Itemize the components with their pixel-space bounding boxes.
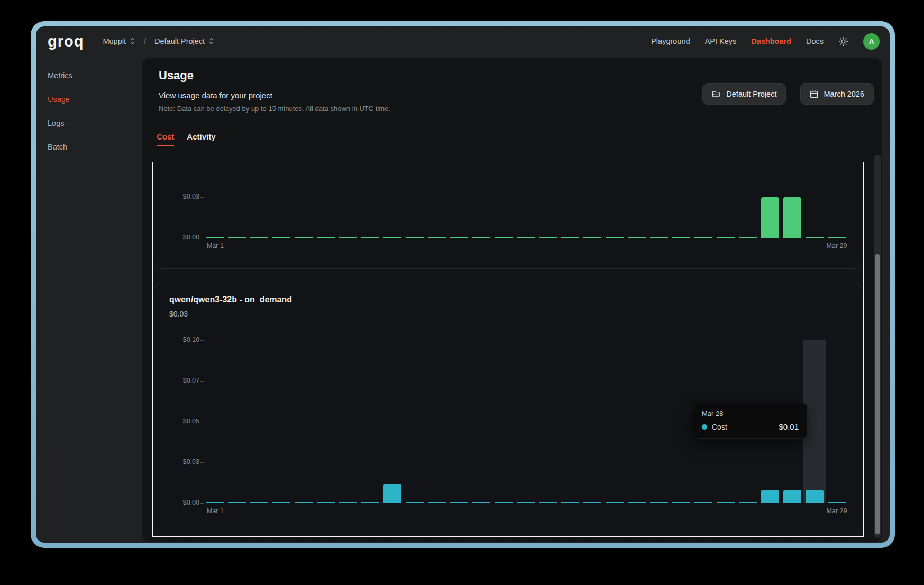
- chevron-updown-icon: [130, 37, 135, 45]
- x-tick-last: Mar 29: [818, 507, 855, 515]
- nav-link-api-keys[interactable]: API Keys: [705, 37, 737, 45]
- settings-gear-icon[interactable]: [838, 36, 848, 47]
- x-tick-last: Mar 29: [818, 242, 855, 249]
- cost-bar[interactable]: [761, 197, 779, 238]
- y-tick-label: $0.00: [167, 234, 199, 241]
- page-note: Note: Data can be delayed by up to 15 mi…: [159, 105, 390, 113]
- tooltip-row: Cost $0.01: [702, 422, 799, 431]
- cost-bar[interactable]: [783, 197, 801, 238]
- cost-bar[interactable]: [783, 490, 801, 503]
- y-tick-label: $0.07: [167, 377, 199, 384]
- page-subtitle: View usage data for your project: [159, 91, 272, 100]
- page-title: Usage: [159, 69, 194, 82]
- tooltip-date: Mar 28: [702, 410, 799, 417]
- y-tick-label: $0.00: [167, 499, 199, 506]
- series-color-dot: [702, 424, 707, 430]
- tooltip-series-label: Cost: [712, 423, 727, 431]
- x-tick-first: Mar 1: [207, 242, 224, 249]
- chart-tooltip: Mar 28 Cost $0.01: [693, 403, 808, 439]
- nav-link-playground[interactable]: Playground: [651, 37, 690, 45]
- tab-activity[interactable]: Activity: [187, 132, 215, 146]
- header-buttons: Default Project March 2026: [702, 83, 874, 105]
- tab-bar: Cost Activity: [157, 132, 216, 146]
- calendar-icon: [810, 90, 818, 98]
- bar-plot: $0.10$0.07$0.05$0.03$0.00Mar 1Mar 29: [155, 162, 861, 268]
- charts-scroll-content: $0.10$0.07$0.05$0.03$0.00Mar 1Mar 29 qwe…: [153, 162, 863, 537]
- sidebar-item-metrics[interactable]: Metrics: [36, 63, 142, 87]
- y-tick-label: $0.10: [167, 336, 199, 343]
- nav-link-dashboard[interactable]: Dashboard: [751, 37, 791, 45]
- org-selector[interactable]: Muppit: [103, 37, 135, 45]
- tooltip-value: $0.01: [779, 422, 799, 431]
- chevron-updown-icon: [208, 37, 214, 45]
- chart-card-top: $0.10$0.07$0.05$0.03$0.00Mar 1Mar 29: [155, 162, 861, 269]
- cost-bar[interactable]: [806, 490, 824, 503]
- breadcrumb: Muppit / Default Project: [103, 37, 214, 45]
- sidebar-item-usage[interactable]: Usage: [36, 87, 142, 111]
- nav-link-docs[interactable]: Docs: [806, 37, 824, 45]
- scrollbar-track[interactable]: [874, 155, 881, 538]
- tab-cost[interactable]: Cost: [157, 132, 174, 146]
- project-name: Default Project: [154, 37, 205, 45]
- project-filter-label: Default Project: [726, 90, 776, 98]
- window-frame: groq Muppit / Default Project Playgro: [31, 21, 895, 548]
- user-avatar[interactable]: A: [863, 33, 880, 50]
- y-tick-label: $0.03: [167, 458, 199, 466]
- y-tick-label: $0.05: [167, 417, 199, 425]
- main-panel: Usage View usage data for your project N…: [142, 58, 882, 542]
- folder-open-icon: [712, 90, 721, 98]
- scrollbar-thumb[interactable]: [875, 254, 880, 534]
- groq-logo[interactable]: groq: [48, 33, 84, 50]
- nav-links: Playground API Keys Dashboard Docs: [651, 26, 880, 56]
- cost-bar[interactable]: [761, 490, 779, 503]
- month-filter-label: March 2026: [824, 90, 864, 98]
- project-selector[interactable]: Default Project: [154, 37, 214, 45]
- sidebar-item-logs[interactable]: Logs: [36, 111, 142, 135]
- org-name: Muppit: [103, 37, 126, 45]
- x-tick-first: Mar 1: [207, 507, 224, 515]
- month-filter-button[interactable]: March 2026: [800, 83, 874, 105]
- sidebar-item-batch[interactable]: Batch: [36, 135, 142, 159]
- project-filter-button[interactable]: Default Project: [702, 83, 786, 105]
- breadcrumb-separator: /: [144, 37, 146, 45]
- charts-scroll-area[interactable]: $0.10$0.07$0.05$0.03$0.00Mar 1Mar 29 qwe…: [152, 162, 864, 537]
- chart-card-qwen3-32b: qwen/qwen3-32b - on_demand $0.03 $0.10$0…: [155, 283, 861, 534]
- app-window: groq Muppit / Default Project Playgro: [36, 26, 890, 543]
- y-tick-label: $0.03: [167, 193, 199, 200]
- sidebar: Metrics Usage Logs Batch: [36, 56, 142, 543]
- cost-bar[interactable]: [383, 484, 401, 503]
- top-nav: groq Muppit / Default Project Playgro: [36, 26, 890, 56]
